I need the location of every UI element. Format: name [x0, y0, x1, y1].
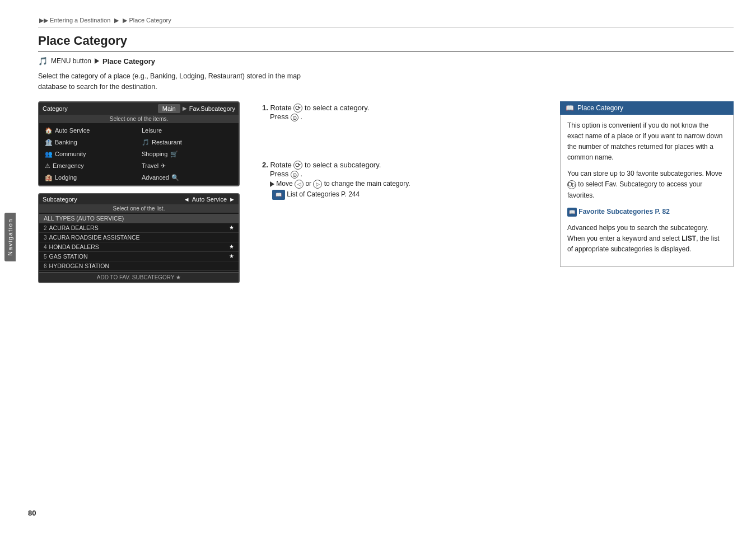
panel-header-icon: 📖: [566, 104, 574, 112]
subcategory-screen-header: Subcategory ◄ Auto Service ►: [39, 194, 239, 204]
panel-para2: You can store up to 30 favorite subcateg…: [567, 168, 726, 201]
panel-header-text: Place Category: [577, 104, 623, 112]
step1-press-text: Press: [270, 113, 288, 121]
category-item-emergency: ⚠ Emergency: [43, 161, 138, 171]
nav-right-arrow: ►: [229, 196, 235, 203]
step2-text1: to select a subcategory.: [305, 161, 381, 169]
community-label: Community: [55, 151, 86, 157]
subcat-item-1-num: 2: [44, 225, 47, 231]
step2-ref-box: 📖 List of Categories P. 244: [272, 190, 360, 198]
category-subheader: Select one of the items.: [39, 115, 239, 123]
subcat-item-4: 5GAS STATION ★: [39, 252, 239, 261]
subcat-item-0: ALL TYPES (AUTO SERVICE): [39, 214, 239, 223]
main-tab: Main: [158, 104, 180, 113]
subcat-item-4-num: 5: [44, 254, 47, 260]
page-number: 80: [28, 509, 36, 517]
subcat-item-1: 2ACURA DEALERS ★: [39, 223, 239, 233]
lodging-label: Lodging: [55, 174, 77, 181]
left-column: Category Main ▶ Fav.Subcategory Select o…: [38, 101, 240, 290]
content-columns: Category Main ▶ Fav.Subcategory Select o…: [38, 101, 734, 290]
subcategory-footer: ADD TO FAV. SUBCATEGORY ★: [39, 272, 239, 282]
banking-label: Banking: [55, 139, 77, 146]
step1-number: 1.: [262, 104, 268, 112]
subcat-item-0-label: ALL TYPES (AUTO SERVICE): [44, 215, 124, 222]
banking-icon: 🏦: [45, 139, 53, 146]
travel-label: Travel: [142, 162, 158, 169]
subcat-item-3-label: HONDA DEALERS: [49, 243, 99, 250]
subcategory-subheader: Select one of the list.: [39, 204, 239, 213]
subcategory-screen: Subcategory ◄ Auto Service ► Select one …: [38, 193, 240, 283]
panel-para2-pre: You can store up to 30 favorite subcateg…: [567, 170, 722, 177]
panel-body: This option is convenient if you do not …: [560, 115, 734, 267]
step2-period: .: [300, 170, 302, 178]
community-icon: 👥: [45, 151, 53, 158]
panel-para1: This option is convenient if you do not …: [567, 120, 726, 163]
autoservice-label: Auto Service: [55, 127, 90, 134]
category-screen-header: Category Main ▶ Fav.Subcategory: [39, 102, 239, 115]
emergency-icon: ⚠: [45, 162, 50, 170]
category-grid: 🏠 Auto Service Leisure 🏦 Banking 🎵 Resta…: [39, 123, 239, 185]
subcategory-list: ALL TYPES (AUTO SERVICE) 2ACURA DEALERS …: [39, 213, 239, 272]
advanced-icon: 🔍: [171, 174, 179, 181]
menu-icon: 🎵: [38, 57, 48, 65]
category-item-travel: Travel ✈: [139, 161, 235, 171]
subcat-item-1-star: ★: [229, 224, 234, 231]
breadcrumb: ▶▶ Entering a Destination ▶ ▶ Place Cate…: [38, 17, 734, 28]
autoservice-icon: 🏠: [45, 127, 53, 134]
leisure-label: Leisure: [142, 127, 162, 134]
panel-para3-bold: LIST: [682, 235, 696, 242]
step2-sub-text: to change the main category.: [324, 180, 410, 188]
subcategory-nav: ◄ Auto Service ►: [184, 196, 235, 203]
main-content: ▶▶ Entering a Destination ▶ ▶ Place Cate…: [16, 0, 756, 307]
lodging-icon: 🏨: [45, 174, 53, 181]
shopping-icon: 🛒: [170, 151, 178, 158]
shopping-label: Shopping: [142, 151, 168, 157]
subcat-item-4-star: ★: [229, 253, 234, 259]
tab-arrow: ▶: [183, 105, 187, 111]
page-title: Place Category: [38, 34, 734, 52]
step2-ref-text: List of Categories P. 244: [287, 190, 360, 198]
fav-subcategory-tab: Fav.Subcategory: [189, 105, 235, 112]
menu-arrow: [95, 58, 99, 64]
menu-destination: Place Category: [102, 57, 155, 65]
subcat-item-3: 4HONDA DEALERS ★: [39, 242, 239, 252]
nav-left-arrow: ◄: [184, 196, 190, 203]
category-item-community: 👥 Community: [43, 149, 138, 160]
panel-header: 📖 Place Category: [560, 101, 734, 115]
breadcrumb-text: ▶▶ Entering a Destination: [39, 17, 110, 24]
emergency-label: Emergency: [53, 162, 84, 169]
step1-rotate-icon: ⟳: [293, 104, 302, 113]
menu-button-label: MENU button: [51, 57, 91, 65]
navigation-tab: Navigation: [4, 213, 16, 261]
step1-text1: to select a category.: [305, 104, 369, 112]
step2-ref-icon: 📖: [272, 190, 285, 200]
panel-para2-post: to select Fav. Subcategory to access you…: [567, 180, 702, 199]
category-item-shopping: Shopping 🛒: [139, 149, 235, 160]
step2-move-text: Move: [276, 180, 295, 188]
subcat-item-4-label: GAS STATION: [49, 253, 88, 260]
step1: 1. Rotate ⟳ to select a category. Press …: [262, 101, 543, 121]
restaurant-label: Restaurant: [152, 139, 182, 146]
steps-column: 1. Rotate ⟳ to select a category. Press …: [256, 101, 543, 290]
category-item-leisure: Leisure: [139, 125, 235, 136]
panel-ref1: 📖 Favorite Subcategories P. 82: [567, 207, 726, 217]
breadcrumb-separator: ▶: [114, 17, 119, 24]
step2-left-circle: ◁: [295, 180, 304, 189]
category-item-lodging: 🏨 Lodging: [43, 172, 138, 183]
subcat-item-5-label: HYDROGEN STATION: [49, 263, 110, 269]
step2: 2. Rotate ⟳ to select a subcategory. Pre…: [262, 161, 543, 200]
step1-press-icon: ⊙: [291, 114, 298, 121]
advanced-label: Advanced: [142, 174, 169, 181]
category-item-autoservice: 🏠 Auto Service: [43, 125, 138, 136]
step2-rotate-text: Rotate: [270, 161, 293, 169]
travel-icon: ✈: [161, 162, 166, 170]
category-screen: Category Main ▶ Fav.Subcategory Select o…: [38, 101, 240, 186]
step2-or-text: or: [305, 180, 313, 188]
category-item-restaurant: 🎵 Restaurant: [139, 137, 235, 148]
panel-circle-arrow: O▷: [567, 180, 576, 189]
step2-number: 2.: [262, 161, 268, 169]
breadcrumb-last: ▶ Place Category: [123, 17, 171, 24]
subcat-item-1-label: ACURA DEALERS: [49, 224, 99, 231]
step1-rotate-text: Rotate: [270, 104, 293, 112]
description-text: Select the category of a place (e.g., Ba…: [38, 71, 318, 92]
